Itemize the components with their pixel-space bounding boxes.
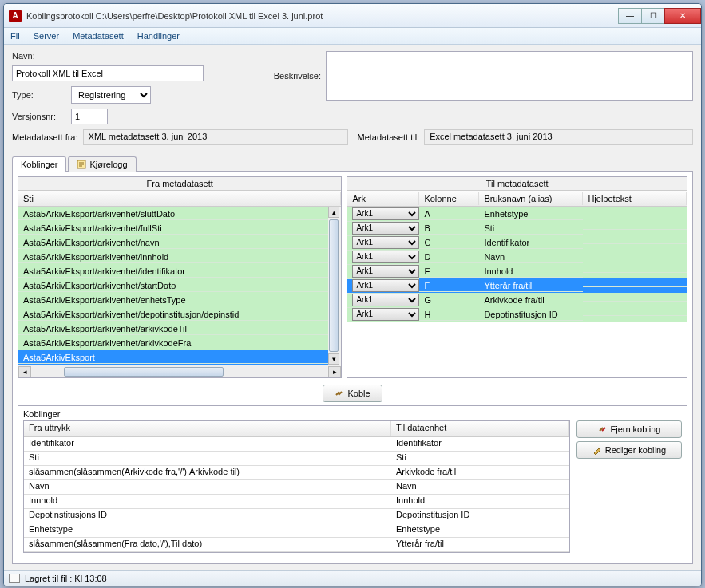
window-title: Koblingsprotokoll C:\Users\perfre\Deskto…	[26, 11, 619, 21]
from-row[interactable]: Asta5ArkivEksport/arkivenhet/navn	[18, 235, 328, 250]
app-icon: A	[9, 10, 22, 22]
menu-metadatasett[interactable]: Metadatasett	[73, 31, 124, 41]
ark-select[interactable]: Ark1	[352, 294, 419, 306]
ark-select[interactable]: Ark1	[352, 308, 419, 321]
tab-kjorelogg[interactable]: Kjørelogg	[68, 156, 136, 172]
kob-col-to[interactable]: Til dataenhet	[391, 421, 569, 436]
from-row[interactable]: Asta5ArkivEksport/arkivenhet/startDato	[18, 278, 328, 293]
minimize-button[interactable]: —	[618, 8, 642, 24]
to-row[interactable]: Ark1GArkivkode fra/til	[347, 293, 687, 307]
tab-koblinger[interactable]: Koblinger	[12, 156, 66, 172]
type-select[interactable]: Registrering	[71, 86, 151, 104]
name-input[interactable]	[12, 65, 204, 81]
kobling-row[interactable]: Depotinstitusjons IDDepotinstitusjon ID	[24, 509, 569, 523]
from-row[interactable]: Asta5ArkivEksport/arkivenhet/sluttDato	[18, 207, 328, 221]
kobling-row[interactable]: InnholdInnhold	[24, 495, 569, 509]
to-row[interactable]: Ark1FYtterår fra/til	[347, 278, 687, 293]
from-row[interactable]: Asta5ArkivEksport/arkivenhet/fullSti	[18, 221, 328, 235]
from-row[interactable]: Asta5ArkivEksport/arkivenhet/arkivkodeTi…	[18, 322, 328, 336]
scroll-up-icon[interactable]: ▴	[328, 207, 339, 218]
meta-to-label: Metadatasett til:	[358, 132, 420, 142]
to-col-ark[interactable]: Ark	[347, 192, 419, 205]
ark-select[interactable]: Ark1	[352, 207, 419, 220]
to-pane-title: Til metadatasett	[347, 177, 687, 191]
version-input[interactable]	[71, 109, 108, 124]
ark-select[interactable]: Ark1	[352, 279, 419, 292]
kobling-row[interactable]: slåsammen(slåsammen(Arkivkode fra,'/'),A…	[24, 466, 569, 480]
maximize-button[interactable]: ☐	[641, 8, 665, 24]
ark-select[interactable]: Ark1	[352, 265, 419, 278]
window-buttons: — ☐ ✕	[619, 8, 701, 24]
menubar: Fil Server Metadatasett Handlinger	[4, 28, 701, 45]
to-col-alias[interactable]: Bruksnavn (alias)	[479, 192, 583, 205]
titlebar: A Koblingsprotokoll C:\Users\perfre\Desk…	[4, 4, 701, 28]
scroll-right-icon[interactable]: ▸	[328, 366, 341, 377]
menu-server[interactable]: Server	[34, 31, 59, 41]
scroll-left-icon[interactable]: ◂	[18, 366, 31, 377]
from-vscrollbar[interactable]: ▴ ▾	[328, 207, 341, 365]
from-row[interactable]: Asta5ArkivEksport	[18, 350, 328, 365]
kobling-row[interactable]: StiSti	[24, 452, 569, 466]
meta-from-value: XML metadatasett 3. juni 2013	[83, 129, 348, 145]
from-row[interactable]: Asta5ArkivEksport/arkivenhet/identifikat…	[18, 264, 328, 278]
from-col-sti[interactable]: Sti	[18, 192, 341, 205]
desc-label: Beskrivelse:	[274, 71, 321, 81]
type-label: Type:	[12, 90, 66, 100]
desc-input[interactable]	[326, 51, 693, 101]
hscroll-thumb[interactable]	[64, 367, 224, 377]
unlink-icon	[598, 424, 608, 434]
version-label: Versjonsnr:	[12, 112, 66, 121]
meta-from-label: Metadatasett fra:	[12, 132, 78, 142]
from-pane-title: Fra metadatasett	[18, 177, 341, 191]
from-hscrollbar[interactable]: ◂ ▸	[18, 365, 341, 377]
to-row[interactable]: Ark1EInnhold	[347, 264, 687, 278]
scroll-thumb[interactable]	[329, 219, 339, 352]
to-row[interactable]: Ark1BSti	[347, 221, 687, 235]
statusbar: Lagret til fil : Kl 13:08	[4, 570, 701, 586]
edit-icon	[592, 445, 602, 455]
kobling-row[interactable]: IdentifikatorIdentifikator	[24, 437, 569, 452]
disk-icon	[9, 574, 20, 583]
koblinger-table: Fra uttrykk Til dataenhet IdentifikatorI…	[23, 420, 570, 553]
menu-fil[interactable]: Fil	[10, 31, 20, 41]
kobling-row[interactable]: slåsammen(slåsammen(Fra dato,'/'),Til da…	[24, 538, 569, 552]
status-text: Lagret til fil : Kl 13:08	[25, 574, 107, 583]
to-metadataset-pane: Til metadatasett Ark Kolonne Bruksnavn (…	[347, 176, 687, 378]
ark-select[interactable]: Ark1	[352, 251, 419, 263]
kobling-row[interactable]: NavnNavn	[24, 480, 569, 495]
from-row[interactable]: Asta5ArkivEksport/arkivenhet/enhetsType	[18, 293, 328, 307]
name-label: Navn:	[12, 51, 66, 61]
app-window: A Koblingsprotokoll C:\Users\perfre\Desk…	[3, 3, 702, 586]
to-col-kolonne[interactable]: Kolonne	[419, 192, 479, 205]
remove-kobling-button[interactable]: Fjern kobling	[576, 420, 682, 438]
kob-col-from[interactable]: Fra uttrykk	[24, 421, 391, 436]
edit-kobling-button[interactable]: Rediger kobling	[576, 441, 682, 459]
from-row[interactable]: Asta5ArkivEksport/arkivenhet/depotinstit…	[18, 307, 328, 322]
koble-button[interactable]: Koble	[323, 385, 382, 402]
to-row[interactable]: Ark1HDepotinstitusjon ID	[347, 307, 687, 322]
from-metadataset-pane: Fra metadatasett Sti Asta5ArkivEksport/a…	[18, 176, 342, 378]
ark-select[interactable]: Ark1	[352, 222, 419, 235]
to-row[interactable]: Ark1AEnhetstype	[347, 207, 687, 221]
to-col-help[interactable]: Hjelpetekst	[583, 192, 687, 205]
log-icon	[77, 160, 86, 169]
close-button[interactable]: ✕	[664, 8, 701, 24]
kobling-row[interactable]: EnhetstypeEnhetstype	[24, 523, 569, 538]
to-row[interactable]: Ark1DNavn	[347, 250, 687, 264]
koblinger-label: Koblinger	[23, 409, 682, 419]
to-row[interactable]: Ark1CIdentifikator	[347, 235, 687, 250]
ark-select[interactable]: Ark1	[352, 236, 419, 249]
link-icon	[335, 389, 344, 398]
meta-to-value: Excel metadatasett 3. juni 2013	[424, 129, 693, 145]
from-row[interactable]: Asta5ArkivEksport/arkivenhet/innhold	[18, 250, 328, 264]
scroll-down-icon[interactable]: ▾	[328, 353, 339, 365]
menu-handlinger[interactable]: Handlinger	[137, 31, 180, 41]
from-row[interactable]: Asta5ArkivEksport/arkivenhet/arkivkodeFr…	[18, 336, 328, 350]
